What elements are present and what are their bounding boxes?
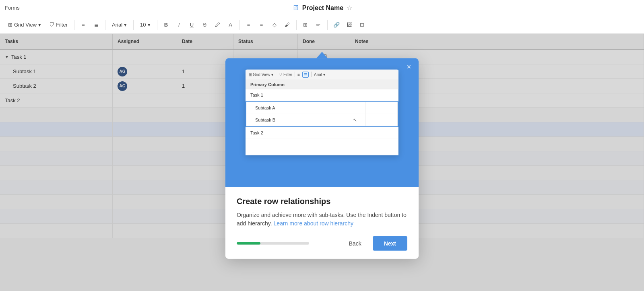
project-icon: 🖥 — [292, 4, 299, 12]
project-name: Project Name — [302, 4, 343, 12]
font-selector[interactable]: Arial ▾ — [109, 20, 130, 29]
mini-subtask-cell: Subtask A — [246, 102, 365, 114]
pencil-button[interactable]: ✏ — [313, 19, 324, 31]
mini-indent-highlight-btn: ≣ — [302, 71, 309, 77]
mini-selected-group: Subtask A Subtask B ↖ — [246, 101, 398, 127]
font-size-label: 10 — [140, 22, 146, 28]
table-button[interactable]: ⊞ — [300, 19, 311, 31]
mini-subtask-row: Subtask A — [246, 102, 398, 114]
text-color-button[interactable]: A — [225, 19, 236, 31]
toolbar-divider-3 — [133, 20, 134, 30]
toolbar-divider-4 — [157, 20, 157, 30]
grid-view-button[interactable]: ⊞ Grid View ▾ — [5, 20, 44, 29]
mini-font-btn: Arial ▾ — [314, 72, 325, 76]
back-button[interactable]: Back — [343, 237, 368, 250]
mini-divider — [276, 72, 276, 77]
clear-format-button[interactable]: ◇ — [269, 19, 280, 31]
modal-arrow — [316, 52, 328, 58]
link-button[interactable]: 🔗 — [331, 19, 342, 31]
mini-spreadsheet: ⊞ Grid View ▾ ⛉ Filter ≡ ≣ Arial ▾ — [246, 69, 398, 155]
grid-container: Tasks Assigned Date Status Done Notes ▼ … — [0, 34, 644, 291]
paint-format-button[interactable]: 🖌 — [282, 19, 293, 31]
modal-illustration: × ⊞ Grid View ▾ ⛉ Filter ≡ — [225, 58, 419, 187]
size-chevron: ▾ — [148, 22, 151, 28]
close-button[interactable]: × — [404, 62, 414, 72]
forms-label: Forms — [5, 5, 20, 11]
project-name-area: 🖥 Project Name ☆ — [292, 4, 352, 12]
toolbar-divider-2 — [105, 20, 105, 30]
footer-buttons: Back Next — [343, 236, 407, 251]
mini-task-cell: Task 2 — [246, 127, 366, 138]
mini-extra-cell — [365, 114, 398, 126]
mini-subtask-cell: Subtask B ↖ — [246, 114, 365, 126]
toolbar-divider-1 — [74, 20, 74, 30]
align-button[interactable]: ≡ — [256, 19, 267, 31]
italic-button[interactable]: I — [173, 19, 185, 31]
align-left-button[interactable]: ≡ — [243, 19, 254, 31]
mini-col-header: Primary Column — [246, 80, 398, 89]
filter-label: Filter — [56, 22, 68, 28]
mini-table-row: Task 2 — [246, 127, 398, 139]
progress-bar-fill — [237, 242, 260, 245]
mini-extra-cell — [366, 89, 398, 101]
font-label: Arial — [112, 22, 122, 28]
modal-title: Create row relationships — [237, 196, 407, 206]
mini-divider-3 — [311, 72, 312, 77]
toolbar: ⊞ Grid View ▾ ⛉ Filter ≡ ≣ Arial ▾ 10 ▾ … — [0, 16, 644, 34]
mini-divider-2 — [295, 72, 295, 77]
filter-button[interactable]: ⛉ Filter — [46, 20, 71, 29]
toolbar-divider-5 — [239, 20, 240, 30]
underline-button[interactable]: U — [186, 19, 198, 31]
toolbar-divider-7 — [327, 20, 328, 30]
font-chevron: ▾ — [124, 22, 127, 28]
highlight-button[interactable]: 🖊 — [212, 19, 223, 31]
image-button[interactable]: 🖼 — [344, 19, 355, 31]
modal-description: Organize and achieve more with sub-tasks… — [237, 211, 407, 228]
toolbar-divider-6 — [296, 20, 297, 30]
grid-view-chevron: ▾ — [38, 22, 41, 28]
progress-bar — [237, 242, 309, 245]
modal-overlay: × ⊞ Grid View ▾ ⛉ Filter ≡ — [0, 34, 644, 291]
grid-view-label: Grid View — [14, 22, 37, 28]
cursor-indicator: ↖ — [353, 117, 357, 123]
modal-footer: Back Next — [237, 236, 407, 251]
mini-extra-cell — [365, 102, 398, 114]
modal-body: Create row relationships Organize and ac… — [225, 187, 419, 258]
indent-increase-button[interactable]: ≣ — [91, 19, 102, 31]
modal-dialog: × ⊞ Grid View ▾ ⛉ Filter ≡ — [225, 58, 419, 258]
mini-toolbar: ⊞ Grid View ▾ ⛉ Filter ≡ ≣ Arial ▾ — [246, 69, 398, 80]
mini-table-row: Task 1 — [246, 89, 398, 101]
mini-subtask-row: Subtask B ↖ — [246, 114, 398, 126]
mini-task-cell: Task 1 — [246, 89, 366, 101]
indent-decrease-button[interactable]: ≡ — [78, 19, 89, 31]
next-button[interactable]: Next — [373, 236, 407, 251]
strikethrough-button[interactable]: S — [199, 19, 211, 31]
learn-more-link[interactable]: Learn more about row hierarchy — [274, 220, 353, 227]
mini-indent-btn: ≡ — [297, 72, 300, 76]
mini-grid-view-btn: ⊞ Grid View ▾ — [249, 72, 273, 76]
font-size-selector[interactable]: 10 ▾ — [137, 20, 153, 29]
filter-icon: ⛉ — [49, 22, 54, 28]
more-button[interactable]: ⊡ — [357, 19, 368, 31]
star-icon[interactable]: ☆ — [347, 4, 352, 12]
bold-button[interactable]: B — [161, 19, 172, 31]
mini-empty-row — [246, 139, 398, 155]
grid-view-icon: ⊞ — [8, 22, 12, 28]
top-bar: Forms 🖥 Project Name ☆ — [0, 0, 644, 16]
mini-filter-btn: ⛉ Filter — [279, 72, 292, 76]
mini-extra-cell — [366, 127, 398, 138]
